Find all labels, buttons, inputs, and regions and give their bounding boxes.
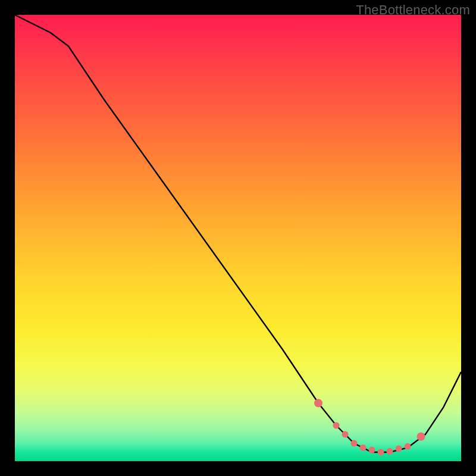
- watermark-text: TheBottleneck.com: [356, 2, 470, 18]
- marker-dot: [405, 443, 411, 450]
- marker-dot: [351, 440, 358, 447]
- marker-dot: [417, 433, 425, 441]
- chart-stage: TheBottleneck.com: [0, 0, 476, 476]
- marker-dot: [342, 431, 349, 438]
- bottleneck-curve: [15, 15, 461, 452]
- marker-dot: [333, 422, 340, 429]
- marker-dot: [360, 444, 367, 451]
- marker-dot: [387, 448, 393, 455]
- chart-plot-area: [15, 15, 461, 461]
- marker-dot: [378, 449, 384, 456]
- chart-svg: [15, 15, 461, 461]
- marker-dot: [369, 447, 375, 453]
- optimal-range-markers: [314, 399, 425, 456]
- marker-dot: [396, 446, 402, 452]
- marker-dot: [314, 399, 322, 408]
